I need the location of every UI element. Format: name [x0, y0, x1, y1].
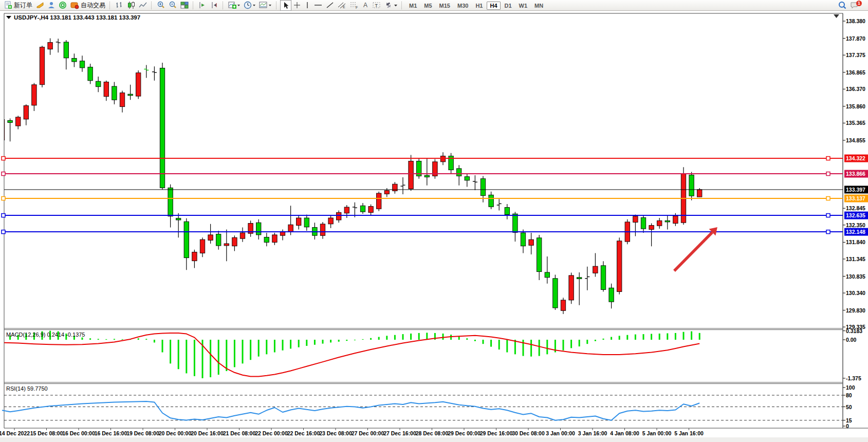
horizontal-line-icon	[313, 1, 323, 9]
tile-windows-button[interactable]	[179, 1, 191, 10]
auto-trading-button[interactable]: 自动交易	[68, 1, 107, 10]
timeframe-button-mn[interactable]: MN	[531, 2, 546, 10]
cursor-tool-button[interactable]	[280, 0, 291, 11]
shapes-tool-button[interactable]	[383, 1, 399, 10]
svg-text:30 Dec 08:00: 30 Dec 08:00	[512, 430, 545, 436]
timeframe-button-m30[interactable]: M30	[454, 2, 471, 10]
svg-text:5 Jan 16:00: 5 Jan 16:00	[674, 430, 704, 436]
window-bottom-strip	[0, 437, 868, 442]
zoom-in-icon	[157, 1, 165, 9]
svg-text:29 Dec 00:00: 29 Dec 00:00	[448, 430, 481, 436]
timeframes-menu-button[interactable]	[242, 1, 257, 10]
person-icon	[47, 1, 56, 9]
timeframe-buttons: M1M5M15M30H1H4D1W1MN	[405, 1, 547, 10]
bar-chart-type-button[interactable]	[114, 1, 125, 10]
sound-button[interactable]	[34, 1, 46, 10]
svg-text:133.137: 133.137	[846, 195, 865, 201]
svg-text:100: 100	[846, 384, 855, 391]
market-watch-button[interactable]	[46, 1, 57, 10]
svg-text:-1.375: -1.375	[846, 375, 861, 381]
svg-text:132.148: 132.148	[846, 229, 865, 235]
separator	[276, 2, 278, 9]
svg-text:5 Jan 00:00: 5 Jan 00:00	[642, 430, 672, 436]
svg-text:USDJPY-,H4 133.181 133.443 13: USDJPY-,H4 133.181 133.443 133.181 133.3…	[14, 14, 140, 21]
cursor-icon	[282, 2, 289, 9]
indicators-button[interactable]	[227, 1, 242, 10]
svg-text:129.830: 129.830	[846, 307, 865, 314]
svg-text:137.375: 137.375	[846, 52, 865, 58]
svg-text:MACD(12,26,9) 0.2414 -0.1375: MACD(12,26,9) 0.2414 -0.1375	[6, 332, 85, 338]
timeframe-button-m5[interactable]: M5	[421, 2, 435, 10]
sound-icon	[36, 1, 44, 9]
svg-text:136.370: 136.370	[846, 86, 865, 92]
zoom-out-icon	[169, 1, 177, 9]
text-label-icon: T	[372, 1, 381, 9]
line-handle	[826, 230, 830, 234]
text-tool-button[interactable]: A	[360, 1, 371, 10]
timeframe-button-w1[interactable]: W1	[516, 2, 531, 10]
text-label-tool-button[interactable]: T	[371, 1, 383, 10]
svg-text:RSI(14) 59.7750: RSI(14) 59.7750	[6, 385, 48, 392]
price-chart-canvas[interactable]: 138.380137.870137.375136.865136.370135.8…	[0, 11, 868, 442]
zoom-in-button[interactable]	[155, 1, 167, 10]
svg-text:138.380: 138.380	[846, 18, 865, 24]
new-order-label: 新订单	[14, 1, 32, 10]
timeframe-button-m1[interactable]: M1	[406, 2, 420, 10]
channel-tool-button[interactable]: E	[336, 1, 348, 10]
svg-text:E: E	[343, 5, 345, 9]
svg-text:22 Dec 16:00: 22 Dec 16:00	[287, 430, 320, 436]
svg-text:16 Dec 16:00: 16 Dec 16:00	[95, 430, 127, 436]
svg-text:27 Dec 00:00: 27 Dec 00:00	[352, 430, 384, 436]
new-order-icon	[4, 1, 12, 9]
auto-trading-icon	[70, 1, 79, 9]
timeframe-button-d1[interactable]: D1	[502, 2, 515, 10]
templates-button[interactable]	[257, 1, 274, 10]
svg-text:135.365: 135.365	[846, 120, 865, 126]
svg-text:50: 50	[846, 404, 852, 410]
zoom-out-button[interactable]	[167, 1, 179, 10]
search-button[interactable]	[836, 1, 848, 10]
svg-text:3 Jan 16:00: 3 Jan 16:00	[578, 430, 607, 436]
candle-chart-type-button[interactable]	[125, 1, 137, 10]
svg-text:21 Dec 08:00: 21 Dec 08:00	[223, 430, 256, 436]
line-chart-type-button[interactable]	[137, 1, 149, 10]
notification-count-badge: 1	[856, 1, 862, 6]
svg-text:0.3183: 0.3183	[846, 328, 862, 334]
fibonacci-icon: F	[349, 1, 359, 9]
signal-button[interactable]	[57, 1, 68, 10]
trendline-tool-button[interactable]	[324, 1, 336, 10]
bar-chart-icon	[115, 1, 124, 9]
svg-text:134.322: 134.322	[846, 155, 865, 161]
vertical-line-tool-button[interactable]	[303, 1, 312, 10]
timeframe-button-h4[interactable]: H4	[487, 2, 500, 10]
main-toolbar: 新订单 自动交易 E F A T M1M5M15M30H1H4D1W1MN 1	[0, 0, 868, 11]
svg-text:15: 15	[846, 417, 852, 423]
auto-scroll-button[interactable]	[197, 1, 209, 10]
svg-text:134.855: 134.855	[846, 137, 865, 143]
indicators-icon	[228, 1, 241, 9]
search-icon	[838, 1, 847, 10]
timeframe-button-m15[interactable]: M15	[436, 2, 453, 10]
svg-text:0: 0	[846, 423, 849, 429]
line-chart-icon	[139, 1, 147, 9]
svg-text:23 Dec 08:00: 23 Dec 08:00	[319, 430, 352, 436]
fibonacci-tool-button[interactable]: F	[348, 1, 360, 10]
notifications-button[interactable]: 1	[848, 1, 861, 9]
chart-shift-button[interactable]	[209, 1, 220, 10]
text-icon: A	[362, 1, 369, 9]
new-order-button[interactable]: 新订单	[2, 1, 34, 10]
horizontal-line-tool-button[interactable]	[312, 1, 324, 10]
template-icon	[259, 1, 272, 9]
svg-text:15 Dec 08:00: 15 Dec 08:00	[30, 430, 63, 436]
separator	[109, 2, 112, 9]
crosshair-tool-button[interactable]	[291, 1, 303, 10]
equidistant-channel-icon: E	[337, 1, 346, 9]
svg-text:T: T	[375, 3, 378, 8]
clock-icon	[244, 1, 256, 9]
auto-trading-label: 自动交易	[81, 1, 105, 10]
line-handle	[826, 172, 830, 176]
line-handle	[2, 157, 5, 160]
timeframe-button-h1[interactable]: H1	[472, 2, 486, 10]
line-handle	[826, 214, 830, 217]
chart-shift-icon	[210, 1, 219, 9]
